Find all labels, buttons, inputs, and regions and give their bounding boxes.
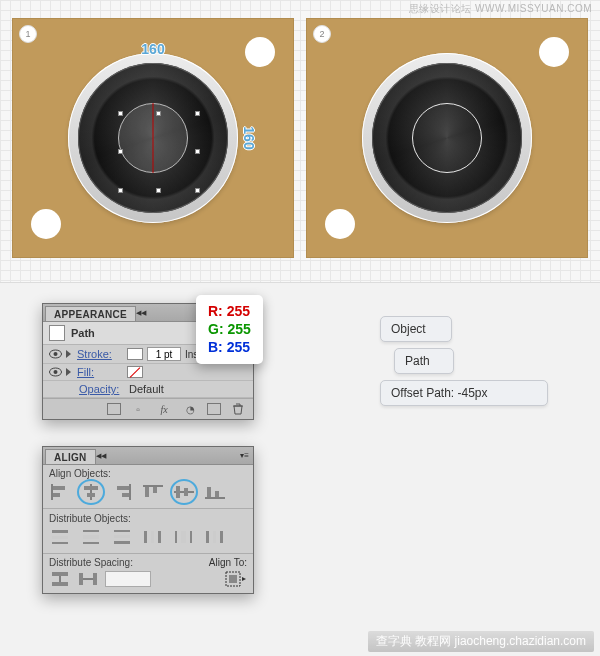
opacity-value: Default	[129, 383, 164, 395]
clear-appearance-icon[interactable]: ▫	[129, 402, 147, 416]
selection-bbox[interactable]	[121, 114, 197, 190]
handle[interactable]	[195, 188, 200, 193]
align-right-icon[interactable]	[111, 483, 133, 501]
svg-rect-22	[52, 530, 68, 533]
dist-left-icon[interactable]	[142, 528, 164, 546]
svg-rect-36	[190, 531, 192, 543]
align-to-section: Align To:	[209, 557, 247, 588]
align-tab[interactable]: ALIGN	[45, 449, 96, 464]
expand-icon[interactable]	[66, 350, 71, 358]
flyout-menu-icon[interactable]: ▾≡	[240, 451, 249, 460]
align-to-label: Align To:	[209, 557, 247, 568]
distribute-spacing-label: Distribute Spacing:	[49, 557, 151, 568]
handle[interactable]	[156, 188, 161, 193]
svg-rect-37	[206, 531, 209, 543]
new-art-toggle-icon[interactable]	[107, 403, 121, 415]
dist-hcenter-icon[interactable]	[173, 528, 195, 546]
spacing-value-field[interactable]	[105, 571, 151, 587]
dimension-width: 160	[141, 41, 164, 57]
svg-rect-23	[52, 536, 68, 539]
fill-label[interactable]: Fill:	[77, 366, 123, 378]
corner-hole	[539, 37, 569, 67]
svg-rect-25	[83, 530, 99, 532]
svg-rect-32	[151, 531, 154, 543]
svg-rect-29	[114, 535, 130, 538]
align-top-icon[interactable]	[142, 483, 164, 501]
distribute-objects-row	[43, 526, 253, 552]
divider	[43, 553, 253, 554]
collapse-icon[interactable]: ◀◀	[136, 309, 146, 317]
stroke-label[interactable]: Stroke:	[77, 348, 123, 360]
highlight-ring	[170, 479, 198, 505]
align-to-selector[interactable]	[225, 570, 247, 588]
fill-row[interactable]: Fill:	[43, 364, 253, 381]
opacity-label[interactable]: Opacity:	[79, 383, 125, 395]
corner-hole	[31, 209, 61, 239]
handle[interactable]	[156, 111, 161, 116]
handle[interactable]	[118, 111, 123, 116]
highlight-ring	[77, 479, 105, 505]
offset-path-button[interactable]: Offset Path: -45px	[380, 380, 548, 406]
collapse-icon[interactable]: ◀◀	[96, 452, 106, 460]
align-bottom-icon[interactable]	[204, 483, 226, 501]
stroke-weight-field[interactable]	[147, 347, 181, 361]
svg-rect-44	[93, 573, 97, 585]
dist-space-h-icon[interactable]	[77, 570, 99, 588]
handle[interactable]	[118, 149, 123, 154]
svg-rect-11	[117, 486, 129, 490]
dimension-height: 160	[240, 126, 256, 149]
rgb-g: G: 255	[208, 320, 251, 338]
svg-rect-20	[207, 487, 211, 497]
align-left-icon[interactable]	[49, 483, 71, 501]
appearance-tab[interactable]: APPEARANCE	[45, 306, 136, 321]
speaker-ring	[362, 53, 532, 223]
align-vcenter-icon[interactable]	[173, 483, 195, 501]
align-panel: ALIGN ◀◀ ▾≡ Align Objects: Distribute Ob…	[42, 446, 254, 594]
handle[interactable]	[195, 149, 200, 154]
toggle-icon[interactable]: ◔	[181, 402, 199, 416]
duplicate-icon[interactable]	[207, 403, 221, 415]
distribute-objects-label: Distribute Objects:	[43, 510, 253, 526]
opacity-row[interactable]: Opacity: Default	[43, 381, 253, 398]
artboards-row: 1 160 160 2	[0, 0, 600, 283]
fill-swatch-none[interactable]	[127, 366, 143, 378]
add-effect-icon[interactable]: fx	[155, 402, 173, 416]
visibility-icon[interactable]	[49, 367, 62, 377]
visibility-icon[interactable]	[49, 349, 62, 359]
svg-rect-33	[158, 531, 161, 543]
handle[interactable]	[195, 111, 200, 116]
dist-right-icon[interactable]	[204, 528, 226, 546]
watermark-bottom: 查字典 教程网 jiaocheng.chazidian.com	[368, 631, 594, 652]
svg-rect-41	[52, 582, 68, 586]
artboard-2: 2	[306, 18, 588, 258]
corner-hole	[245, 37, 275, 67]
object-name: Path	[71, 327, 95, 339]
svg-rect-24	[52, 542, 68, 544]
dist-vcenter-icon[interactable]	[80, 528, 102, 546]
dist-space-v-icon[interactable]	[49, 570, 71, 588]
dist-top-icon[interactable]	[49, 528, 71, 546]
trash-icon[interactable]	[229, 402, 247, 416]
speaker-cone	[372, 63, 522, 213]
expand-icon[interactable]	[66, 368, 71, 376]
stroke-swatch[interactable]	[127, 348, 143, 360]
distribute-spacing-row: Distribute Spacing: Align To:	[43, 555, 253, 593]
align-objects-row	[43, 481, 253, 507]
panel-tabbar: ALIGN ◀◀ ▾≡	[43, 447, 253, 465]
step-badge-1: 1	[19, 25, 37, 43]
svg-rect-34	[175, 531, 177, 543]
align-hcenter-icon[interactable]	[80, 483, 102, 501]
svg-rect-28	[114, 530, 130, 532]
object-menu-button[interactable]: Object	[380, 316, 452, 342]
svg-point-1	[54, 352, 58, 356]
path-menu-button[interactable]: Path	[394, 348, 454, 374]
align-objects-label: Align Objects:	[43, 465, 253, 481]
handle[interactable]	[118, 188, 123, 193]
rgb-b: B: 255	[208, 338, 251, 356]
svg-rect-15	[153, 487, 157, 493]
svg-rect-43	[79, 573, 83, 585]
svg-rect-47	[229, 575, 237, 583]
dist-bottom-icon[interactable]	[111, 528, 133, 546]
svg-rect-38	[213, 531, 216, 543]
corner-hole	[325, 209, 355, 239]
